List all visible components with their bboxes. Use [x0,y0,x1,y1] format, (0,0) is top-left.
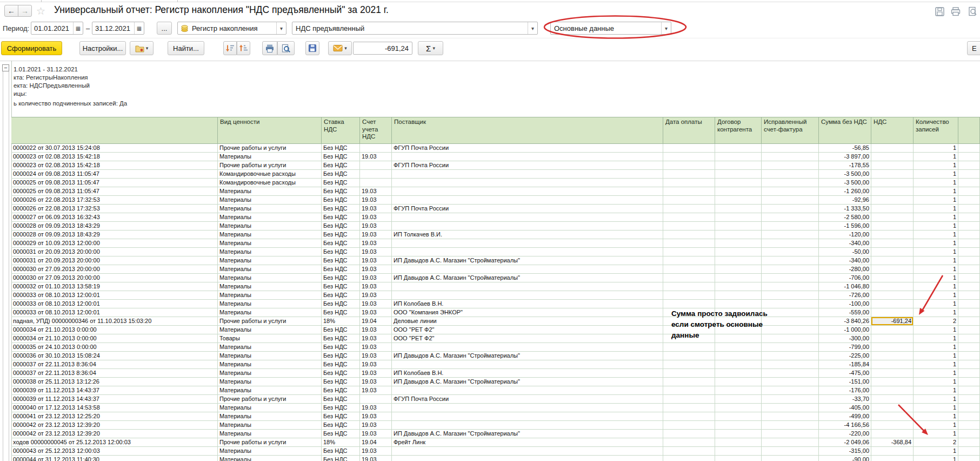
cell-sum[interactable]: -315,00 [819,447,871,456]
settings-button[interactable]: Настройки... [79,41,126,55]
cell-count[interactable]: 1 [914,456,958,461]
cell-date_paid[interactable] [663,291,715,300]
cell-kind[interactable]: Прочие работы и услуги [218,317,322,326]
cell-extra[interactable] [958,326,980,334]
cell-extra[interactable] [958,395,980,404]
cell-record[interactable]: 0000033 от 08.10.2013 12:00:01 [11,308,218,317]
cell-vat[interactable] [871,334,914,343]
cell-sum[interactable]: -300,00 [819,334,871,343]
cell-vat[interactable] [871,343,914,352]
favorite-star-icon[interactable]: ☆ [36,5,45,17]
column-header[interactable]: Вид ценности [218,117,322,144]
cell-account[interactable]: 19.03 [360,213,392,222]
cell-account[interactable] [360,161,392,170]
cell-count[interactable]: 1 [914,291,958,300]
cell-vat[interactable] [871,222,914,230]
cell-date_paid[interactable] [663,360,715,369]
cell-kind[interactable]: Материалы [218,291,322,300]
cell-supplier[interactable] [392,456,663,461]
cell-account[interactable]: 19.03 [360,239,392,248]
cell-vat[interactable] [871,395,914,404]
cell-vat[interactable] [871,239,914,248]
cell-extra[interactable] [958,378,980,386]
cell-contract[interactable] [715,248,762,256]
cell-corrected[interactable] [762,153,819,161]
cell-count[interactable]: 1 [914,282,958,291]
cell-vat[interactable] [871,153,914,161]
cell-count[interactable]: 1 [914,222,958,230]
calendar-icon[interactable]: ▦ [134,22,144,34]
cell-contract[interactable] [715,213,762,222]
cell-count[interactable]: 1 [914,153,958,161]
cell-rate[interactable]: Без НДС [322,282,360,291]
cell-sum[interactable]: -3 897,00 [819,153,871,161]
cell-account[interactable]: 19.03 [360,430,392,438]
cell-count[interactable]: 1 [914,239,958,248]
cell-record[interactable]: 0000030 от 27.09.2013 20:00:00 [11,274,218,282]
cell-rate[interactable]: Без НДС [322,378,360,386]
cell-corrected[interactable] [762,222,819,230]
cell-count[interactable]: 1 [914,369,958,378]
cell-vat[interactable] [871,144,914,153]
cell-account[interactable]: 19.03 [360,300,392,308]
cell-supplier[interactable] [392,421,663,430]
cell-kind[interactable]: Материалы [218,205,322,213]
cell-supplier[interactable]: Деловые линии [392,317,663,326]
cell-count[interactable]: 1 [914,248,958,256]
column-header[interactable]: Поставщик [392,117,663,144]
cell-supplier[interactable]: ФГУП Почта России [392,395,663,404]
cell-account[interactable] [360,395,392,404]
cell-corrected[interactable] [762,352,819,360]
cell-corrected[interactable] [762,369,819,378]
cell-date_paid[interactable] [663,265,715,274]
cell-date_paid[interactable] [663,256,715,265]
cell-account[interactable]: 19.03 [360,421,392,430]
cell-corrected[interactable] [762,213,819,222]
cell-date_paid[interactable] [663,395,715,404]
cell-account[interactable]: 19.03 [360,256,392,265]
cell-vat[interactable] [871,404,914,412]
cell-corrected[interactable] [762,256,819,265]
cell-count[interactable]: 1 [914,395,958,404]
cell-count[interactable]: 1 [914,300,958,308]
cell-date_paid[interactable] [663,343,715,352]
cell-kind[interactable]: Материалы [218,153,322,161]
cell-kind[interactable]: Материалы [218,343,322,352]
cell-rate[interactable]: Без НДС [322,308,360,317]
cell-corrected[interactable] [762,144,819,153]
cell-corrected[interactable] [762,196,819,205]
cell-account[interactable]: 19.03 [360,230,392,239]
cell-supplier[interactable] [392,447,663,456]
cell-record[interactable]: 0000042 от 23.12.2013 12:39:20 [11,421,218,430]
cell-rate[interactable]: Без НДС [322,447,360,456]
cell-count[interactable]: 1 [914,170,958,179]
cell-date_paid[interactable] [663,222,715,230]
cell-vat[interactable] [871,369,914,378]
cell-record[interactable]: 0000035 от 24.10.2013 0:00:00 [11,343,218,352]
column-header[interactable]: Количество записей [914,117,958,144]
cell-vat[interactable] [871,196,914,205]
cell-supplier[interactable] [392,404,663,412]
cell-extra[interactable] [958,205,980,213]
cell-vat[interactable] [871,447,914,456]
cell-vat[interactable] [871,213,914,222]
cell-date_paid[interactable] [663,248,715,256]
cell-contract[interactable] [715,179,762,187]
cell-record[interactable]: 0000039 от 11.12.2013 14:43:37 [11,395,218,404]
cell-sum[interactable]: -50,00 [819,248,871,256]
cell-account[interactable]: 19.04 [360,317,392,326]
cell-supplier[interactable]: ИП Колобаев В.Н. [392,369,663,378]
cell-record[interactable]: 0000024 от 09.08.2013 11:05:47 [11,170,218,179]
cell-account[interactable]: 19.04 [360,438,392,447]
cell-supplier[interactable]: ИП Давыдов А.С. Магазин "Стройматериалы" [392,256,663,265]
cell-record[interactable]: ходов 00000000045 от 25.12.2013 12:00:03 [11,438,218,447]
cell-extra[interactable] [958,352,980,360]
cell-record[interactable]: 0000039 от 11.12.2013 14:43:37 [11,386,218,395]
cell-corrected[interactable] [762,386,819,395]
cell-extra[interactable] [958,248,980,256]
cell-supplier[interactable] [392,222,663,230]
cell-account[interactable]: 19.03 [360,378,392,386]
find-button[interactable]: Найти... [168,41,204,55]
cell-sum[interactable]: -4 166,56 [819,421,871,430]
sum-function-button[interactable]: Σ ▾ [418,41,443,55]
